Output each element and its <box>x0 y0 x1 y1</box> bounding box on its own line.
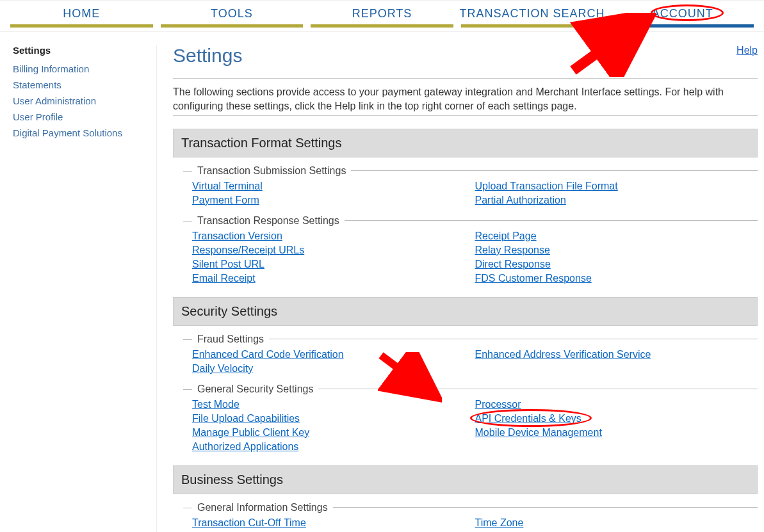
link-col-right: Receipt PageRelay ResponseDirect Respons… <box>475 229 758 286</box>
page-title: Settings <box>173 45 242 67</box>
setting-link[interactable]: Enhanced Address Verification Service <box>475 348 651 362</box>
link-columns: Test ModeFile Upload CapabilitiesManage … <box>173 398 758 454</box>
group-title: Fraud Settings <box>173 334 758 345</box>
nav-underline <box>161 24 304 28</box>
sidebar-item-3[interactable]: User Profile <box>13 109 143 125</box>
group-title-line <box>333 507 758 508</box>
nav-label: TOOLS <box>211 7 253 20</box>
nav-transaction-search[interactable]: TRANSACTION SEARCH <box>457 1 608 31</box>
setting-link[interactable]: Relay Response <box>475 243 550 257</box>
group-title-text: General Security Settings <box>197 383 313 395</box>
group-title-text: General Information Settings <box>197 502 328 513</box>
nav-account[interactable]: ACCOUNT <box>607 1 758 31</box>
nav-underline <box>10 24 153 28</box>
setting-link[interactable]: Payment Form <box>192 193 259 207</box>
link-col-left: Transaction Cut-Off Time <box>192 516 475 530</box>
setting-link[interactable]: Manage Public Client Key <box>192 426 309 440</box>
setting-link[interactable]: Enhanced Card Code Verification <box>192 348 344 362</box>
link-col-right: Upload Transaction File FormatPartial Au… <box>475 179 758 207</box>
setting-link[interactable]: Transaction Version <box>192 229 282 243</box>
setting-link[interactable]: Virtual Terminal <box>192 179 263 193</box>
link-col-left: Virtual TerminalPayment Form <box>192 179 475 207</box>
nav-underline <box>311 24 453 28</box>
sidebar-item-0[interactable]: Billing Information <box>13 61 143 77</box>
sidebar-item-1[interactable]: Statements <box>13 77 143 93</box>
group-title: Transaction Response Settings <box>173 215 758 227</box>
setting-link[interactable]: Test Mode <box>192 398 240 412</box>
link-columns: Transaction VersionResponse/Receipt URLs… <box>173 229 758 286</box>
section-header: Transaction Format Settings <box>173 129 758 157</box>
nav-home[interactable]: HOME <box>6 1 157 31</box>
nav-label: HOME <box>63 7 100 20</box>
nav-label: REPORTS <box>352 7 412 20</box>
link-col-left: Enhanced Card Code VerificationDaily Vel… <box>192 348 475 376</box>
setting-link[interactable]: Direct Response <box>475 257 551 271</box>
group-title-line <box>269 339 758 339</box>
setting-link[interactable]: API Credentials & Keys <box>475 412 581 426</box>
group-title-text: Transaction Submission Settings <box>197 165 346 177</box>
setting-link[interactable]: Time Zone <box>475 516 524 530</box>
group-title: General Information Settings <box>173 502 758 513</box>
setting-link[interactable]: Authorized Applications <box>192 440 298 454</box>
setting-link[interactable]: Transaction Cut-Off Time <box>192 516 306 530</box>
setting-link[interactable]: Mobile Device Management <box>475 426 602 440</box>
nav-underline <box>461 24 604 28</box>
link-columns: Transaction Cut-Off TimeTime Zone <box>173 516 758 530</box>
page-intro-text: The following sections provide access to… <box>173 78 758 116</box>
link-columns: Virtual TerminalPayment FormUpload Trans… <box>173 179 758 207</box>
setting-link[interactable]: Daily Velocity <box>192 362 253 376</box>
setting-link[interactable]: File Upload Capabilities <box>192 412 300 426</box>
nav-reports[interactable]: REPORTS <box>307 1 457 31</box>
setting-link[interactable]: Partial Authorization <box>475 193 566 207</box>
sidebar-title: Settings <box>13 45 143 56</box>
group-title-line <box>345 220 758 221</box>
link-col-right: Enhanced Address Verification Service <box>475 348 758 376</box>
sidebar: Settings Billing InformationStatementsUs… <box>13 45 157 532</box>
link-col-left: Transaction VersionResponse/Receipt URLs… <box>192 229 475 286</box>
link-col-right: Time Zone <box>475 516 758 530</box>
group-title-text: Fraud Settings <box>197 334 264 345</box>
sidebar-item-2[interactable]: User Administration <box>13 93 143 109</box>
setting-link[interactable]: FDS Customer Response <box>475 271 592 286</box>
section-header: Business Settings <box>173 465 758 494</box>
nav-label: TRANSACTION SEARCH <box>460 7 605 20</box>
group-title: General Security Settings <box>173 383 758 395</box>
nav-tools[interactable]: TOOLS <box>157 1 307 31</box>
nav-underline <box>611 24 754 28</box>
group-title: Transaction Submission Settings <box>173 165 758 177</box>
setting-link[interactable]: Upload Transaction File Format <box>475 179 618 193</box>
setting-link[interactable]: Processor <box>475 398 521 412</box>
sidebar-item-4[interactable]: Digital Payment Solutions <box>13 125 143 141</box>
link-col-left: Test ModeFile Upload CapabilitiesManage … <box>192 398 475 454</box>
group-title-line <box>351 170 758 171</box>
main-content: Settings Help The following sections pro… <box>157 45 758 532</box>
link-columns: Enhanced Card Code VerificationDaily Vel… <box>173 348 758 376</box>
section-header: Security Settings <box>173 297 758 326</box>
setting-link[interactable]: Response/Receipt URLs <box>192 243 304 257</box>
nav-label: ACCOUNT <box>652 7 713 20</box>
link-col-right: ProcessorAPI Credentials & KeysMobile De… <box>475 398 758 454</box>
help-link[interactable]: Help <box>736 45 758 56</box>
top-nav: HOMETOOLSREPORTSTRANSACTION SEARCHACCOUN… <box>0 0 764 32</box>
setting-link[interactable]: Silent Post URL <box>192 257 264 271</box>
group-title-text: Transaction Response Settings <box>197 215 339 227</box>
group-title-line <box>318 389 758 389</box>
setting-link[interactable]: Receipt Page <box>475 229 537 243</box>
setting-link[interactable]: Email Receipt <box>192 271 256 286</box>
